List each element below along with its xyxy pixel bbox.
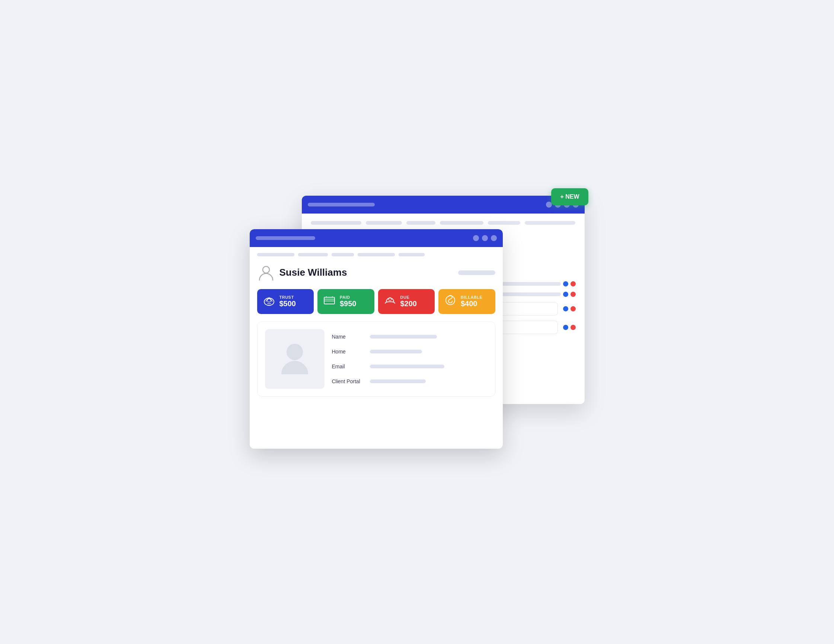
- row-dot-red-4: [571, 325, 576, 330]
- front-window: Susie Williams: [250, 229, 503, 449]
- paid-icon: [323, 294, 336, 310]
- sub-tab-3: [331, 253, 354, 256]
- list-row-input-3[interactable]: [498, 302, 558, 315]
- sub-tab-4: [358, 253, 395, 256]
- row-dot-blue-1: [563, 281, 568, 286]
- dot-1: [546, 202, 552, 208]
- finance-cards: TRUST $500 PAID $950: [257, 289, 495, 314]
- back-titlebar: [302, 196, 585, 213]
- sub-tab-5: [399, 253, 425, 256]
- svg-point-7: [286, 344, 303, 360]
- due-value: $200: [401, 300, 417, 308]
- new-button[interactable]: + NEW: [551, 188, 588, 205]
- billable-label: BILLABLE: [461, 295, 482, 300]
- billable-icon: [444, 294, 457, 310]
- front-dot-1: [473, 235, 479, 241]
- tab-pill-6: [525, 221, 575, 225]
- tab-pill-1: [311, 221, 361, 225]
- name-field-row: Name: [332, 334, 488, 340]
- home-field-label: Home: [332, 349, 365, 355]
- row-dot-red-3: [571, 306, 576, 312]
- scene: + NEW New Intake: [250, 196, 585, 449]
- client-detail: Name Home Email Client Portal: [257, 321, 495, 397]
- email-field-label: Email: [332, 363, 365, 370]
- front-dot-3: [491, 235, 497, 241]
- trust-label: TRUST: [280, 295, 296, 300]
- portal-value-bar: [370, 379, 426, 383]
- name-field-label: Name: [332, 334, 365, 340]
- trust-card: TRUST $500: [257, 289, 314, 314]
- row-dots-4: [563, 325, 576, 330]
- photo-avatar-icon: [280, 342, 310, 376]
- tab-pill-5: [488, 221, 520, 225]
- paid-label: PAID: [340, 295, 357, 300]
- client-avatar-icon: [257, 264, 275, 282]
- sub-tab-1: [257, 253, 294, 256]
- front-dot-2: [482, 235, 488, 241]
- front-body: Susie Williams: [250, 247, 503, 402]
- row-dot-blue-4: [563, 325, 568, 330]
- row-dot-blue-2: [563, 292, 568, 297]
- row-dot-red-2: [571, 292, 576, 297]
- client-name: Susie Williams: [280, 267, 347, 278]
- trust-content: TRUST $500: [280, 295, 296, 308]
- row-dot-red-1: [571, 281, 576, 286]
- portal-field-row: Client Portal: [332, 378, 488, 384]
- paid-value: $950: [340, 300, 357, 308]
- row-dots-2: [563, 292, 576, 297]
- row-dot-blue-3: [563, 306, 568, 312]
- front-titlebar-bar: [256, 236, 315, 240]
- client-left: Susie Williams: [257, 264, 347, 282]
- sub-tab-bar: [257, 253, 495, 256]
- trust-icon: [262, 294, 276, 310]
- tab-pill-4: [440, 221, 483, 225]
- due-card: DUE $200: [378, 289, 435, 314]
- client-status-pill: [458, 271, 495, 275]
- billable-card: BILLABLE $400: [438, 289, 495, 314]
- home-value-bar: [370, 350, 422, 353]
- portal-field-label: Client Portal: [332, 378, 365, 384]
- tab-pill-3: [406, 221, 435, 225]
- client-fields: Name Home Email Client Portal: [332, 329, 488, 389]
- paid-content: PAID $950: [340, 295, 357, 308]
- name-value-bar: [370, 335, 437, 339]
- paid-card: PAID $950: [317, 289, 374, 314]
- due-icon: [383, 294, 397, 310]
- billable-content: BILLABLE $400: [461, 295, 482, 308]
- sub-tab-2: [298, 253, 328, 256]
- due-content: DUE $200: [401, 295, 417, 308]
- svg-point-1: [263, 266, 270, 273]
- list-row-bar-1b: [494, 282, 561, 286]
- svg-point-6: [446, 296, 455, 305]
- client-header: Susie Williams: [257, 264, 495, 282]
- svg-point-2: [264, 298, 274, 305]
- tab-bar: [311, 221, 576, 225]
- row-dots-3: [563, 306, 576, 312]
- front-titlebar: [250, 229, 503, 247]
- row-dots-1: [563, 281, 576, 286]
- list-row-input-4[interactable]: [498, 321, 558, 334]
- client-photo: [265, 329, 325, 389]
- trust-value: $500: [280, 300, 296, 308]
- titlebar-bar-1: [308, 203, 375, 207]
- list-row-bar-2b: [494, 292, 561, 296]
- home-field-row: Home: [332, 349, 488, 355]
- billable-value: $400: [461, 300, 482, 308]
- email-value-bar: [370, 365, 444, 368]
- due-label: DUE: [401, 295, 417, 300]
- tab-pill-2: [366, 221, 402, 225]
- email-field-row: Email: [332, 363, 488, 370]
- svg-rect-4: [324, 297, 335, 304]
- front-titlebar-dots: [473, 235, 497, 241]
